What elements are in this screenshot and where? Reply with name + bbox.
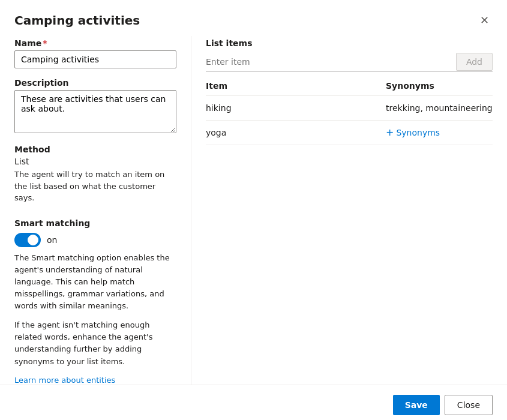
method-value: List (14, 157, 176, 166)
item-cell: hiking (206, 103, 386, 113)
synonyms-cell: + Synonyms (386, 128, 493, 137)
smart-matching-label: Smart matching (14, 218, 176, 228)
description-label: Description (14, 78, 176, 88)
modal-close-button[interactable]: ✕ (476, 12, 493, 29)
name-field-group: Name* (14, 38, 176, 68)
add-synonyms-button[interactable]: + Synonyms (386, 128, 440, 137)
col-synonyms-header: Synonyms (386, 81, 493, 91)
toggle-slider (14, 233, 41, 247)
method-label: Method (14, 145, 176, 154)
list-items-header: List items (206, 38, 493, 48)
add-item-input[interactable] (206, 53, 456, 70)
toggle-label: on (47, 235, 57, 245)
left-panel: Name* Description These are activities t… (14, 36, 176, 385)
table-row: yoga + Synonyms (206, 121, 493, 145)
modal: Camping activities ✕ Name* Description T… (0, 0, 507, 420)
learn-more-link[interactable]: Learn more about entities (14, 376, 115, 385)
smart-desc-2: If the agent isn't matching enough relat… (14, 319, 176, 368)
modal-header: Camping activities ✕ (0, 0, 507, 36)
table-row: hiking trekking, mountaineering (206, 96, 493, 121)
description-field-group: Description These are activities that us… (14, 78, 176, 135)
synonyms-cell: trekking, mountaineering (386, 103, 493, 113)
col-item-header: Item (206, 81, 386, 91)
save-button[interactable]: Save (393, 395, 440, 415)
required-star: * (43, 38, 47, 48)
modal-body: Name* Description These are activities t… (0, 36, 507, 385)
method-field-group: Method List The agent will try to match … (14, 145, 176, 204)
smart-desc-1: The Smart matching option enables the ag… (14, 252, 176, 313)
description-input[interactable]: These are activities that users can ask … (14, 90, 176, 133)
modal-footer: Save Close (0, 385, 507, 420)
plus-icon: + (386, 128, 394, 137)
right-panel: List items Add Item Synonyms hiking trek… (191, 36, 493, 385)
table-header: Item Synonyms (206, 81, 493, 96)
add-item-row: Add (206, 53, 493, 71)
add-item-button[interactable]: Add (456, 53, 493, 71)
toggle-row: on (14, 233, 176, 247)
name-label: Name* (14, 38, 176, 48)
add-synonyms-label: Synonyms (396, 128, 440, 137)
smart-matching-section: Smart matching on The Smart matching opt… (14, 218, 176, 385)
method-description: The agent will try to match an item on t… (14, 169, 176, 204)
name-input[interactable] (14, 50, 176, 68)
modal-title: Camping activities (14, 13, 140, 28)
item-cell: yoga (206, 128, 386, 137)
close-button[interactable]: Close (445, 395, 493, 415)
smart-matching-toggle[interactable] (14, 233, 41, 247)
